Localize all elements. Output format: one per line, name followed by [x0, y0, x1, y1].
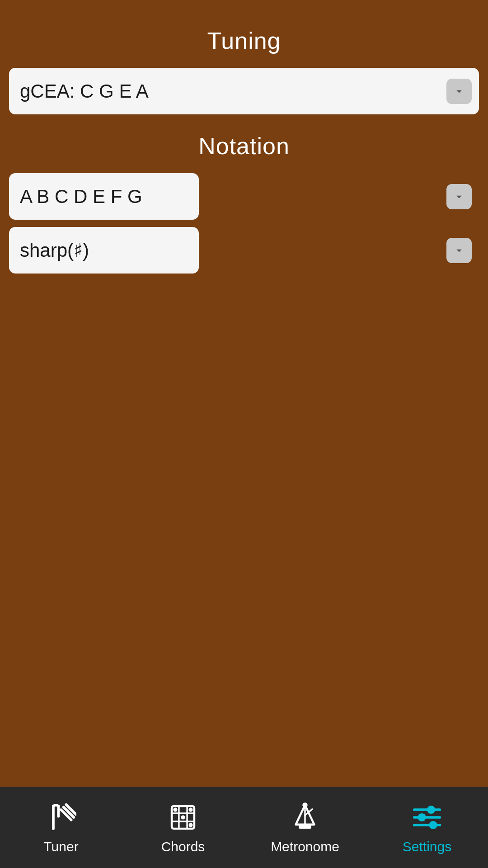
tab-metronome[interactable]: Metronome: [244, 787, 366, 868]
svg-point-23: [430, 821, 437, 829]
tab-chords[interactable]: Chords: [122, 787, 244, 868]
tab-settings-label: Settings: [403, 839, 451, 854]
tab-metronome-label: Metronome: [271, 839, 339, 854]
svg-point-10: [173, 807, 177, 811]
settings-icon: [411, 801, 443, 834]
svg-point-19: [427, 806, 435, 813]
tuner-icon: [45, 801, 77, 834]
notation-section: Notation A B C D E F G Do Re Mi Fa Sol L…: [9, 132, 479, 274]
accidental-dropdown-container: sharp(♯) flat(♭): [9, 227, 479, 274]
accidental-dropdown[interactable]: sharp(♯) flat(♭): [9, 227, 199, 274]
notation-dropdown-arrow: [446, 184, 472, 209]
tab-settings[interactable]: Settings: [366, 787, 488, 868]
tuning-dropdown[interactable]: gCEA: C G E A: [9, 68, 479, 114]
svg-point-21: [418, 814, 426, 821]
svg-point-12: [188, 823, 192, 827]
chords-icon: [167, 801, 199, 834]
metronome-icon: [289, 801, 321, 834]
tuning-title: Tuning: [9, 27, 479, 54]
svg-rect-16: [299, 824, 311, 828]
accidental-dropdown-arrow: [446, 238, 472, 263]
svg-point-11: [181, 815, 185, 819]
bottom-nav: Tuner Chords: [0, 787, 488, 868]
tab-tuner-label: Tuner: [43, 839, 78, 854]
tab-chords-label: Chords: [161, 839, 205, 854]
tuning-dropdown-container: gCEA: C G E A: [9, 68, 479, 114]
tab-tuner[interactable]: Tuner: [0, 787, 122, 868]
main-content: Tuning gCEA: C G E A Notation A B C D E …: [0, 0, 488, 274]
svg-point-13: [188, 807, 192, 811]
notation-dropdown[interactable]: A B C D E F G Do Re Mi Fa Sol La Si: [9, 173, 199, 220]
notation-dropdown-container: A B C D E F G Do Re Mi Fa Sol La Si: [9, 173, 479, 220]
notation-title: Notation: [9, 132, 479, 160]
svg-point-17: [302, 802, 307, 807]
